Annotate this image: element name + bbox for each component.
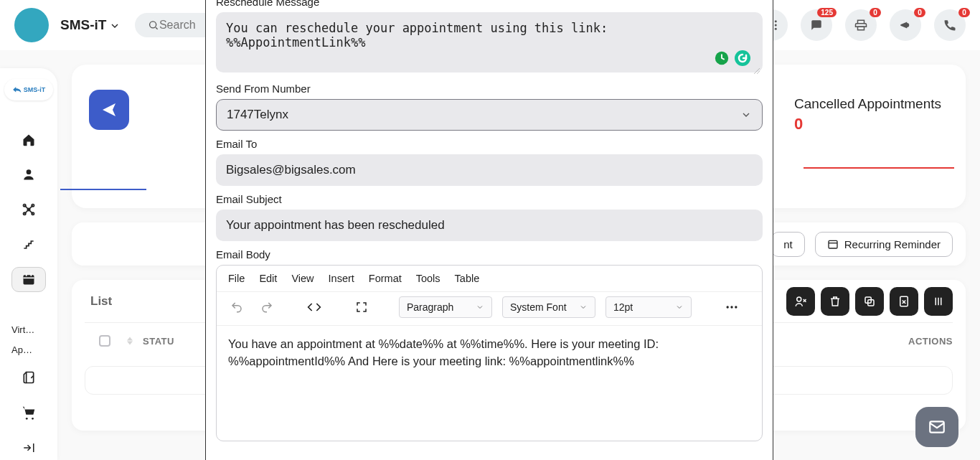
steps-icon (22, 238, 36, 252)
rail-text-virtual[interactable]: Virt… (11, 324, 46, 334)
rail-calendar[interactable] (11, 267, 46, 292)
menu-tools[interactable]: Tools (416, 273, 440, 284)
menu-format[interactable]: Format (369, 273, 402, 284)
svg-point-47 (730, 306, 732, 308)
rail-user[interactable] (11, 162, 46, 187)
menu-view[interactable]: View (291, 273, 314, 284)
editor-menubar: File Edit View Insert Format Tools Table (217, 266, 762, 292)
svg-line-20 (29, 205, 33, 210)
phone-icon (943, 19, 956, 32)
sidebar-logo: SMS-iT (4, 79, 53, 100)
rail-steps[interactable] (11, 232, 46, 257)
undo-button[interactable] (227, 297, 247, 317)
partial-button[interactable]: nt (771, 232, 805, 257)
chevron-down-icon (579, 303, 588, 311)
svg-point-7 (775, 24, 777, 27)
cancelled-count: 0 (794, 115, 941, 133)
send-from-label: Send From Number (216, 83, 763, 95)
svg-point-4 (775, 20, 777, 22)
svg-line-21 (24, 210, 29, 214)
svg-line-45 (757, 71, 760, 74)
code-button[interactable] (304, 297, 324, 317)
app-background: SMS-iT 125 0 0 (0, 0, 980, 460)
chat-button[interactable]: 125 (801, 9, 832, 41)
rail-exit[interactable] (11, 435, 46, 460)
cancelled-block: Cancelled Appointments 0 (794, 96, 941, 133)
calendar-icon (22, 272, 36, 286)
editor-body[interactable]: You have an appointment at %%date%% at %… (217, 326, 762, 441)
font-select[interactable]: System Font (502, 296, 595, 318)
brand-dropdown-icon[interactable] (106, 19, 121, 32)
more-button[interactable] (722, 297, 742, 317)
redo-icon (260, 301, 273, 314)
email-to-input[interactable] (216, 154, 763, 186)
email-subject-label: Email Subject (216, 193, 763, 205)
chevron-down-icon (476, 303, 484, 311)
svg-line-44 (754, 68, 760, 74)
rail-home[interactable] (11, 127, 46, 152)
menu-table[interactable]: Table (455, 273, 480, 284)
chevron-down-icon (675, 303, 684, 311)
chat-icon (810, 19, 823, 32)
col-status: STATU (143, 336, 174, 347)
action-cluster (786, 287, 953, 316)
svg-rect-25 (31, 273, 32, 276)
assistant-green-icon[interactable] (714, 50, 730, 69)
svg-line-19 (24, 205, 29, 210)
rail-network[interactable] (11, 197, 46, 222)
send-icon (100, 101, 118, 118)
reschedule-modal: Reschedule Message Send From Number 1747… (205, 0, 773, 460)
menu-insert[interactable]: Insert (329, 273, 354, 284)
rail-text-appointments[interactable]: Ap… (11, 344, 46, 355)
send-button[interactable] (89, 90, 129, 130)
rail-cart[interactable] (11, 400, 46, 426)
sort-icon[interactable] (127, 337, 133, 345)
grammarly-icon[interactable] (734, 50, 751, 70)
recurring-reminder-button[interactable]: Recurring Reminder (815, 232, 953, 257)
send-from-select[interactable]: 1747Telynx (216, 99, 763, 131)
svg-point-48 (735, 306, 737, 308)
reschedule-message-label: Reschedule Message (216, 0, 763, 8)
svg-line-1 (156, 27, 158, 29)
redo-button[interactable] (257, 297, 277, 317)
user-x-icon (794, 295, 807, 308)
select-all-checkbox[interactable] (99, 335, 110, 347)
fontsize-select[interactable]: 12pt (606, 296, 692, 318)
svg-rect-24 (26, 273, 27, 276)
action-export[interactable] (890, 287, 918, 316)
avatar[interactable] (14, 8, 49, 42)
announce-button[interactable]: 0 (890, 9, 921, 41)
reschedule-message-textarea[interactable] (216, 12, 763, 72)
action-columns[interactable] (924, 287, 953, 316)
network-icon (22, 202, 36, 217)
paragraph-select[interactable]: Paragraph (399, 296, 492, 318)
fullscreen-icon (355, 301, 368, 314)
code-icon (307, 300, 321, 314)
menu-edit[interactable]: Edit (259, 273, 277, 284)
print-button[interactable]: 0 (845, 9, 877, 41)
phone-button[interactable]: 0 (934, 9, 966, 41)
svg-rect-26 (24, 278, 34, 279)
resize-handle-icon[interactable] (753, 67, 760, 74)
left-rail: Virt… Ap… (0, 68, 57, 460)
svg-point-0 (150, 22, 156, 28)
svg-point-27 (26, 418, 28, 420)
undo-icon (230, 301, 243, 314)
rich-text-editor: File Edit View Insert Format Tools Table (216, 265, 763, 441)
email-subject-input[interactable] (216, 210, 763, 241)
tab-list[interactable]: List (85, 294, 118, 309)
editor-toolbar: Paragraph System Font 12pt (217, 292, 762, 326)
rail-notes[interactable] (11, 365, 46, 390)
action-delete[interactable] (821, 287, 849, 316)
action-remove-user[interactable] (786, 287, 815, 316)
printer-icon (854, 19, 867, 32)
print-badge: 0 (870, 8, 881, 17)
fullscreen-button[interactable] (352, 297, 372, 317)
floating-mail-button[interactable] (915, 407, 958, 447)
brand-name: SMS-iT (60, 17, 106, 33)
svg-point-28 (32, 418, 34, 420)
action-copy[interactable] (855, 287, 884, 316)
cancelled-title: Cancelled Appointments (794, 96, 941, 112)
menu-file[interactable]: File (228, 273, 245, 284)
trash-icon (829, 295, 842, 308)
